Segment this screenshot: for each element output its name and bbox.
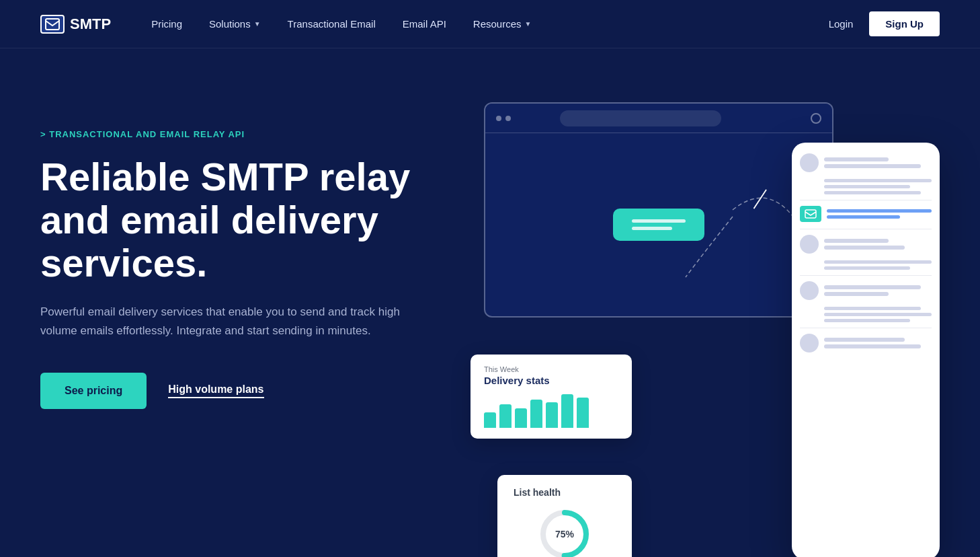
stats-bar xyxy=(484,412,496,428)
avatar xyxy=(800,281,819,300)
phone-text-line xyxy=(824,313,932,316)
hero-content: > TRANSACTIONAL AND EMAIL RELAY API Reli… xyxy=(40,102,430,409)
phone-text-line xyxy=(824,319,910,322)
svg-line-4 xyxy=(760,190,768,196)
phone-text-line xyxy=(824,191,921,194)
phone-divider xyxy=(800,275,932,276)
signup-button[interactable]: Sign Up xyxy=(869,11,940,36)
phone-divider xyxy=(800,229,932,229)
browser-dot xyxy=(505,116,511,121)
hero-tag: > TRANSACTIONAL AND EMAIL RELAY API xyxy=(40,129,430,139)
browser-dot xyxy=(496,116,501,121)
nav-solutions[interactable]: Solutions ▼ xyxy=(209,18,261,30)
phone-email-line xyxy=(827,215,900,219)
stats-bar xyxy=(577,398,589,428)
phone-lines xyxy=(824,239,932,250)
phone-lines-block xyxy=(824,260,932,270)
browser-circle xyxy=(811,113,821,124)
phone-text-line xyxy=(824,307,921,310)
phone-line xyxy=(824,157,889,161)
logo-icon xyxy=(40,15,65,34)
donut-wrapper: 75% xyxy=(514,507,616,557)
hero-buttons: See pricing High volume plans xyxy=(40,373,430,409)
nav-pricing[interactable]: Pricing xyxy=(151,18,182,30)
svg-rect-0 xyxy=(46,19,59,30)
stats-title: Delivery stats xyxy=(484,375,618,386)
list-health-title: List health xyxy=(514,487,616,498)
login-button[interactable]: Login xyxy=(829,18,854,30)
phone-list-item xyxy=(800,235,932,254)
stats-bar xyxy=(546,402,558,428)
stats-bar xyxy=(530,400,542,428)
avatar xyxy=(800,334,819,352)
email-icon xyxy=(800,206,821,222)
phone-lines-block xyxy=(824,307,932,322)
hero-illustration: This Week Delivery stats List health 75% xyxy=(457,102,940,557)
nav-actions: Login Sign Up xyxy=(829,11,940,36)
phone-divider xyxy=(800,200,932,200)
phone-lines-block xyxy=(824,179,932,194)
chevron-down-icon: ▼ xyxy=(525,20,532,28)
phone-lines xyxy=(824,157,932,168)
phone-line xyxy=(824,246,905,250)
list-health-card: List health 75% xyxy=(497,475,632,557)
see-pricing-button[interactable]: See pricing xyxy=(40,373,147,409)
phone-line xyxy=(824,338,905,342)
phone-text-line xyxy=(824,185,910,188)
hero-title: Reliable SMTP relayand email deliveryser… xyxy=(40,155,430,284)
phone-email-line xyxy=(827,209,932,213)
avatar xyxy=(800,235,819,254)
phone-email-item xyxy=(800,206,932,222)
phone-mockup xyxy=(792,143,940,557)
phone-line xyxy=(824,164,921,168)
phone-text-line xyxy=(824,179,932,182)
stats-bar xyxy=(561,394,573,428)
stats-bars xyxy=(484,394,618,428)
avatar xyxy=(800,153,819,172)
nav-resources[interactable]: Resources ▼ xyxy=(473,18,532,30)
phone-divider xyxy=(800,328,932,328)
browser-bar xyxy=(485,104,832,133)
phone-list-item xyxy=(800,334,932,352)
phone-lines xyxy=(824,338,932,348)
email-line xyxy=(632,227,672,230)
phone-line xyxy=(824,344,921,348)
phone-text-line xyxy=(824,266,910,270)
phone-line xyxy=(824,285,921,289)
nav-links: Pricing Solutions ▼ Transactional Email … xyxy=(151,18,829,30)
phone-lines xyxy=(824,285,932,296)
phone-line xyxy=(824,292,889,296)
chevron-down-icon: ▼ xyxy=(254,20,261,28)
logo[interactable]: SMTP xyxy=(40,15,111,34)
navbar: SMTP Pricing Solutions ▼ Transactional E… xyxy=(0,0,980,48)
nav-transactional-email[interactable]: Transactional Email xyxy=(288,18,376,30)
delivery-stats-card: This Week Delivery stats xyxy=(471,355,632,439)
high-volume-link[interactable]: High volume plans xyxy=(168,383,263,398)
nav-email-api[interactable]: Email API xyxy=(403,18,446,30)
svg-rect-5 xyxy=(805,210,816,218)
phone-line xyxy=(824,239,889,243)
phone-list-item xyxy=(800,281,932,300)
stats-bar xyxy=(499,404,512,428)
hero-section: > TRANSACTIONAL AND EMAIL RELAY API Reli… xyxy=(0,48,980,557)
stats-week-label: This Week xyxy=(484,365,618,373)
phone-text-line xyxy=(824,260,932,264)
stats-bar xyxy=(515,408,527,428)
browser-address-bar xyxy=(560,110,721,126)
browser-dots xyxy=(496,116,511,121)
donut-label: 75% xyxy=(555,529,574,540)
donut-chart: 75% xyxy=(538,507,591,557)
email-line xyxy=(632,219,686,223)
phone-list-item xyxy=(800,153,932,172)
phone-email-lines xyxy=(827,209,932,219)
hero-subtitle: Powerful email delivery services that en… xyxy=(40,303,403,340)
